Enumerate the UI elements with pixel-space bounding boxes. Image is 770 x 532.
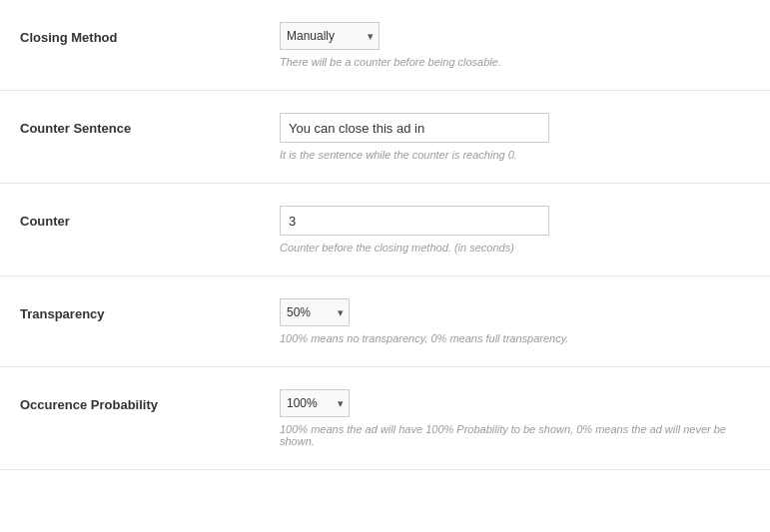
select-closing-method[interactable]: ManuallyAutomatically xyxy=(280,22,380,50)
select-transparency[interactable]: 0%10%20%30%40%50%60%70%80%90%100% xyxy=(280,298,350,326)
label-counter: Counter xyxy=(20,206,280,229)
select-wrapper-occurrence-probability: 0%10%20%30%40%50%60%70%80%90%100% xyxy=(280,389,350,417)
label-transparency: Transparency xyxy=(20,298,280,321)
label-occurrence-probability: Occurence Probability xyxy=(20,389,280,412)
control-closing-method: ManuallyAutomaticallyThere will be a cou… xyxy=(280,22,750,68)
row-counter-sentence: Counter SentenceIt is the sentence while… xyxy=(0,91,770,184)
input-counter-sentence[interactable] xyxy=(280,113,549,143)
hint-transparency: 100% means no transparency, 0% means ful… xyxy=(280,332,750,344)
select-occurrence-probability[interactable]: 0%10%20%30%40%50%60%70%80%90%100% xyxy=(280,389,350,417)
hint-counter-sentence: It is the sentence while the counter is … xyxy=(280,149,750,161)
row-closing-method: Closing MethodManuallyAutomaticallyThere… xyxy=(0,0,770,91)
settings-container: Closing MethodManuallyAutomaticallyThere… xyxy=(0,0,770,532)
hint-occurrence-probability: 100% means the ad will have 100% Probabi… xyxy=(280,423,750,447)
row-counter: CounterCounter before the closing method… xyxy=(0,184,770,276)
label-counter-sentence: Counter Sentence xyxy=(20,113,280,136)
hint-counter: Counter before the closing method. (in s… xyxy=(280,242,750,254)
control-transparency: 0%10%20%30%40%50%60%70%80%90%100%100% me… xyxy=(280,298,750,344)
input-counter[interactable] xyxy=(280,206,549,236)
control-counter: Counter before the closing method. (in s… xyxy=(280,206,750,254)
control-counter-sentence: It is the sentence while the counter is … xyxy=(280,113,750,161)
hint-closing-method: There will be a counter before being clo… xyxy=(280,56,750,68)
row-occurrence-probability: Occurence Probability0%10%20%30%40%50%60… xyxy=(0,367,770,470)
control-occurrence-probability: 0%10%20%30%40%50%60%70%80%90%100%100% me… xyxy=(280,389,750,447)
row-transparency: Transparency0%10%20%30%40%50%60%70%80%90… xyxy=(0,276,770,367)
label-closing-method: Closing Method xyxy=(20,22,280,45)
select-wrapper-closing-method: ManuallyAutomatically xyxy=(280,22,380,50)
select-wrapper-transparency: 0%10%20%30%40%50%60%70%80%90%100% xyxy=(280,298,350,326)
